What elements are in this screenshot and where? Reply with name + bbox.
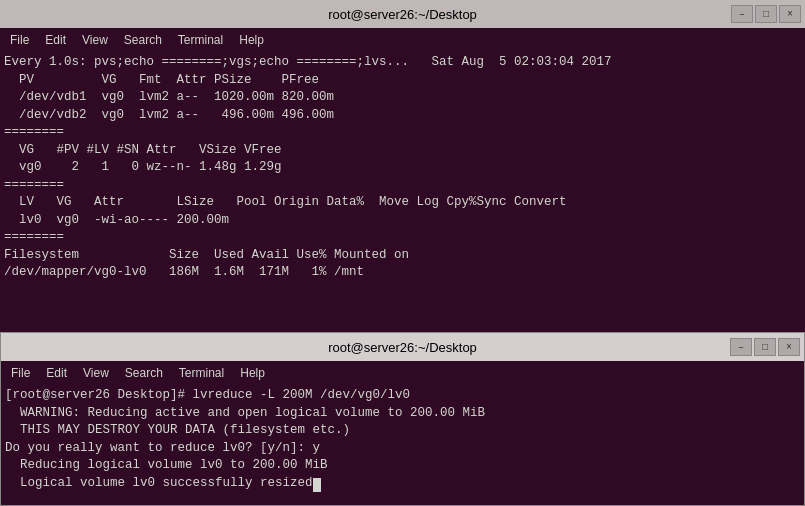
top-terminal-content: Every 1.0s: pvs;echo ========;vgs;echo =… — [0, 52, 805, 335]
menu-help[interactable]: Help — [235, 31, 268, 49]
menu-file[interactable]: File — [6, 31, 33, 49]
top-menubar: File Edit View Search Terminal Help — [0, 28, 805, 52]
terminal-line: vg0 2 1 0 wz--n- 1.48g 1.29g — [4, 159, 801, 177]
terminal-line: /dev/vdb2 vg0 lvm2 a-- 496.00m 496.00m — [4, 107, 801, 125]
menu-view[interactable]: View — [78, 31, 112, 49]
bottom-minimize-button[interactable]: – — [730, 338, 752, 356]
bottom-close-button[interactable]: × — [778, 338, 800, 356]
bottom-titlebar: root@server26:~/Desktop – □ × — [1, 333, 804, 361]
terminal-line: LV VG Attr LSize Pool Origin Data% Move … — [4, 194, 801, 212]
terminal-line: ======== — [4, 229, 801, 247]
bottom-terminal-content: [root@server26 Desktop]# lvreduce -L 200… — [1, 385, 804, 505]
terminal-line: PV VG Fmt Attr PSize PFree — [4, 72, 801, 90]
bottom-terminal: root@server26:~/Desktop – □ × File Edit … — [0, 332, 805, 506]
menu-terminal[interactable]: Terminal — [174, 31, 227, 49]
terminal-line: lv0 vg0 -wi-ao---- 200.00m — [4, 212, 801, 230]
bottom-title: root@server26:~/Desktop — [328, 340, 477, 355]
bottom-menu-file[interactable]: File — [7, 364, 34, 382]
terminal-line: ======== — [4, 177, 801, 195]
menu-search[interactable]: Search — [120, 31, 166, 49]
terminal-line: VG #PV #LV #SN Attr VSize VFree — [4, 142, 801, 160]
terminal-line: ======== — [4, 124, 801, 142]
bottom-menu-help[interactable]: Help — [236, 364, 269, 382]
close-button[interactable]: × — [779, 5, 801, 23]
top-terminal: root@server26:~/Desktop – □ × File Edit … — [0, 0, 805, 335]
terminal-line: Reducing logical volume lv0 to 200.00 Mi… — [5, 457, 800, 475]
terminal-line: Filesystem Size Used Avail Use% Mounted … — [4, 247, 801, 265]
terminal-line: /dev/vdb1 vg0 lvm2 a-- 1020.00m 820.00m — [4, 89, 801, 107]
terminal-line: [root@server26 Desktop]# lvreduce -L 200… — [5, 387, 800, 405]
terminal-line: Logical volume lv0 successfully resized — [5, 475, 800, 493]
terminal-line: WARNING: Reducing active and open logica… — [5, 405, 800, 423]
top-title: root@server26:~/Desktop — [328, 7, 477, 22]
minimize-button[interactable]: – — [731, 5, 753, 23]
terminal-line: Every 1.0s: pvs;echo ========;vgs;echo =… — [4, 54, 801, 72]
top-titlebar: root@server26:~/Desktop – □ × — [0, 0, 805, 28]
terminal-line: Do you really want to reduce lv0? [y/n]:… — [5, 440, 800, 458]
bottom-menu-search[interactable]: Search — [121, 364, 167, 382]
bottom-menu-edit[interactable]: Edit — [42, 364, 71, 382]
bottom-menubar: File Edit View Search Terminal Help — [1, 361, 804, 385]
bottom-maximize-button[interactable]: □ — [754, 338, 776, 356]
terminal-cursor — [313, 478, 321, 492]
top-controls[interactable]: – □ × — [731, 5, 801, 23]
bottom-menu-terminal[interactable]: Terminal — [175, 364, 228, 382]
menu-edit[interactable]: Edit — [41, 31, 70, 49]
bottom-controls[interactable]: – □ × — [730, 338, 800, 356]
terminal-line: THIS MAY DESTROY YOUR DATA (filesystem e… — [5, 422, 800, 440]
maximize-button[interactable]: □ — [755, 5, 777, 23]
bottom-menu-view[interactable]: View — [79, 364, 113, 382]
terminal-line: /dev/mapper/vg0-lv0 186M 1.6M 171M 1% /m… — [4, 264, 801, 282]
